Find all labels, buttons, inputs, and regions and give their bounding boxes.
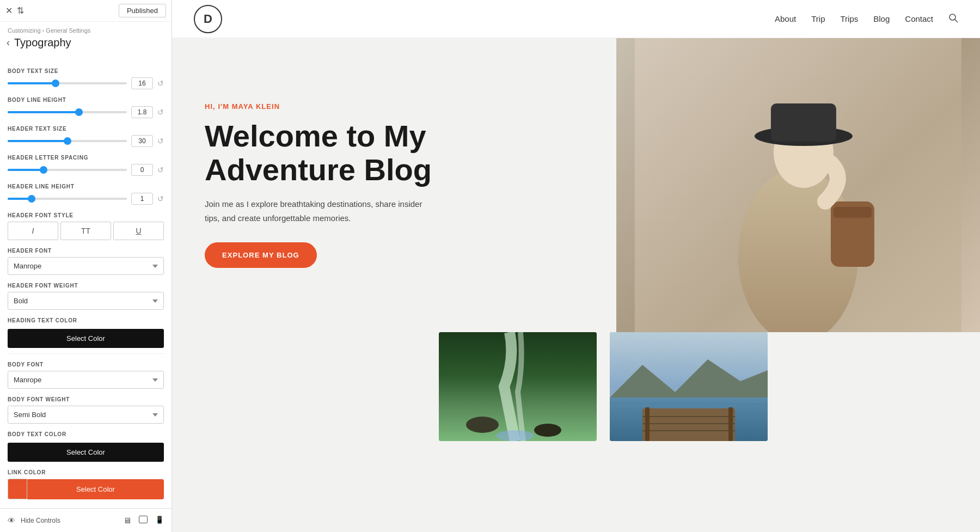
body-line-height-input[interactable] (131, 106, 153, 118)
nav-link-trip[interactable]: Trip (811, 14, 825, 23)
body-text-size-input[interactable] (131, 77, 153, 89)
body-font-weight-label: BODY FONT WEIGHT (8, 396, 164, 402)
header-letter-spacing-thumb[interactable] (40, 166, 47, 174)
link-color-swatch[interactable] (8, 479, 27, 499)
header-line-height-track[interactable] (8, 198, 127, 200)
body-text-size-row: ↺ (8, 77, 164, 89)
body-line-height-fill (8, 111, 79, 113)
back-button[interactable]: ‹ (4, 36, 12, 50)
header-font-style-label: HEADER FONT STYLE (8, 212, 164, 218)
header-text-size-input[interactable] (131, 135, 153, 147)
hero-title-line2: Adventure Blog (205, 152, 432, 187)
hero-left: HI, I'M MAYA KLEIN Welcome to My Adventu… (172, 38, 616, 332)
hero-title-line1: Welcome to My (205, 119, 426, 153)
body-font-weight-select[interactable]: Semi Bold Bold Regular Light (8, 406, 164, 424)
svg-point-13 (496, 430, 534, 441)
hero-cta-button[interactable]: EXPLORE MY BLOG (205, 242, 317, 268)
heading-text-color-label: HEADING TEXT COLOR (8, 317, 164, 323)
preview-logo: D (194, 5, 222, 33)
header-line-height-input[interactable] (131, 193, 153, 205)
link-color-button[interactable]: Select Color (27, 479, 164, 499)
body-font-select[interactable]: Manrope Open Sans Roboto Lato (8, 371, 164, 389)
body-line-height-thumb[interactable] (75, 108, 83, 116)
nav-link-about[interactable]: About (775, 14, 796, 23)
breadcrumb-separator: › (42, 27, 45, 34)
italic-button[interactable]: I (8, 222, 58, 240)
body-line-height-track[interactable] (8, 111, 127, 113)
tablet-icon[interactable] (139, 516, 148, 523)
svg-rect-8 (834, 207, 872, 218)
desktop-icon[interactable]: 🖥 (123, 516, 131, 525)
eye-icon: 👁 (8, 516, 15, 525)
hero-right (616, 38, 980, 332)
dock-image (610, 332, 768, 441)
link-color-row: Select Color (8, 479, 164, 499)
header-font-select[interactable]: Manrope Open Sans Roboto Lato (8, 257, 164, 275)
body-text-color-button[interactable]: Select Color (8, 443, 164, 462)
header-text-size-reset[interactable]: ↺ (157, 137, 164, 145)
bottom-bar: 👁 Hide Controls 🖥 📱 (0, 508, 171, 532)
header-text-size-row: ↺ (8, 135, 164, 147)
header-letter-spacing-row: ↺ (8, 164, 164, 176)
hero-description: Join me as I explore breathtaking destin… (205, 197, 433, 225)
svg-rect-19 (642, 408, 735, 441)
body-line-height-label: BODY LINE HEIGHT (8, 97, 164, 103)
hero-section: HI, I'M MAYA KLEIN Welcome to My Adventu… (172, 38, 980, 332)
logo-letter: D (204, 12, 212, 26)
body-text-size-label: BODY TEXT SIZE (8, 68, 164, 74)
body-text-size-thumb[interactable] (52, 80, 59, 87)
hide-controls-label: Hide Controls (21, 517, 60, 524)
svg-line-1 (955, 19, 958, 22)
hero-subtitle: HI, I'M MAYA KLEIN (205, 102, 433, 111)
mobile-icon[interactable]: 📱 (155, 516, 164, 525)
header-letter-spacing-input[interactable] (131, 164, 153, 176)
underline-button[interactable]: U (113, 222, 164, 240)
header-line-height-thumb[interactable] (28, 195, 35, 203)
header-line-height-row: ↺ (8, 193, 164, 205)
svg-point-9 (814, 152, 836, 169)
search-icon[interactable] (948, 13, 958, 25)
thumbnail-waterfall (439, 332, 597, 441)
nav-link-trips[interactable]: Trips (840, 14, 858, 23)
waterfall-image (439, 332, 597, 441)
font-style-buttons: I TT U (8, 222, 164, 240)
body-text-size-reset[interactable]: ↺ (157, 79, 164, 88)
header-font-label: HEADER FONT (8, 248, 164, 254)
section-divider-1 (8, 353, 164, 354)
body-line-height-reset[interactable]: ↺ (157, 108, 164, 117)
header-font-weight-select[interactable]: Bold Regular Light Medium (8, 292, 164, 310)
header-line-height-reset[interactable]: ↺ (157, 194, 164, 203)
header-font-weight-label: HEADER FONT WEIGHT (8, 283, 164, 289)
woman-illustration (616, 38, 980, 332)
header-letter-spacing-track[interactable] (8, 169, 127, 171)
link-color-label: LINK COLOR (8, 469, 164, 475)
hide-controls-button[interactable]: Hide Controls (21, 517, 60, 524)
body-text-color-label: BODY TEXT COLOR (8, 431, 164, 437)
nav-links: About Trip Trips Blog Contact (775, 13, 958, 25)
breadcrumb-section: General Settings (46, 27, 90, 34)
close-icon[interactable]: ✕ (5, 5, 13, 16)
swap-icon[interactable]: ⇅ (17, 5, 24, 16)
heading-text-color-button[interactable]: Select Color (8, 329, 164, 348)
top-bar: ✕ ⇅ Published (0, 0, 171, 22)
svg-rect-6 (771, 103, 836, 142)
header-text-size-label: HEADER TEXT SIZE (8, 126, 164, 132)
thumbnail-dock (610, 332, 768, 441)
panel-content: BODY TEXT SIZE ↺ BODY LINE HEIGHT ↺ HEAD… (0, 55, 171, 508)
nav-link-contact[interactable]: Contact (905, 14, 933, 23)
body-text-size-track[interactable] (8, 82, 127, 84)
published-button[interactable]: Published (119, 4, 166, 17)
header-text-size-thumb[interactable] (64, 137, 71, 145)
breadcrumb-root: Customizing (8, 27, 41, 34)
panel-title-row: ‹ Typography (0, 35, 171, 55)
hero-image (616, 38, 980, 332)
header-letter-spacing-reset[interactable]: ↺ (157, 166, 164, 174)
right-preview: D About Trip Trips Blog Contact HI, I'M … (172, 0, 980, 532)
header-line-height-label: HEADER LINE HEIGHT (8, 184, 164, 189)
left-panel: ✕ ⇅ Published Customizing › General Sett… (0, 0, 172, 532)
caps-button[interactable]: TT (60, 222, 111, 240)
nav-link-blog[interactable]: Blog (873, 14, 890, 23)
header-text-size-fill (8, 140, 68, 142)
preview-nav: D About Trip Trips Blog Contact (172, 0, 980, 38)
header-text-size-track[interactable] (8, 140, 127, 142)
